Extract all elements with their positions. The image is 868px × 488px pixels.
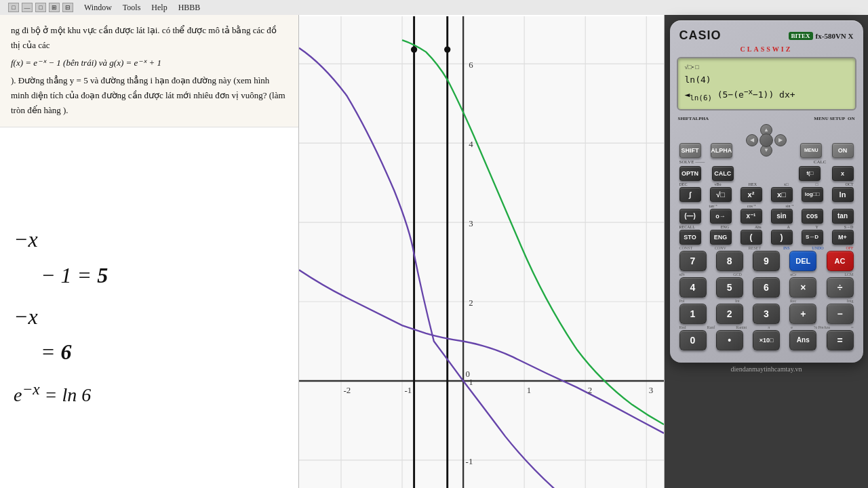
window-controls[interactable]: □ — □ ⊞ ⊟ (8, 3, 73, 12)
sd-button[interactable]: S↔D (802, 230, 823, 245)
display-indicators: √□• □ (685, 64, 848, 70)
label-on: ON (848, 116, 855, 121)
ln-button[interactable]: ln (832, 187, 854, 202)
text-desc: ). Đường thẳng y = 5 và đường thẳng i hạ… (11, 73, 288, 118)
calc-display: √□• □ ln(4) ◄ln(6) (5−(e−x−1)) dx+ (677, 57, 856, 110)
menu-tools[interactable]: Tools (123, 3, 141, 13)
power-button[interactable]: x□ (771, 187, 793, 202)
trig-row: (—) o→ x⁻¹ sin cos tan (677, 209, 856, 224)
btn-div[interactable]: ÷ (827, 277, 854, 298)
sin-button[interactable]: sin (771, 209, 793, 224)
calc-model: fx-580VN X (816, 32, 854, 40)
btn-ac[interactable]: AC (827, 251, 854, 271)
calc-header: CASIO BITEX fx-580VN X (677, 28, 856, 43)
on-button[interactable]: ON (832, 143, 854, 158)
square-button[interactable]: x² (741, 187, 762, 202)
menu-button[interactable]: MENU (800, 143, 822, 158)
btn-9[interactable]: 9 (753, 251, 780, 271)
btn-del[interactable]: DEL (789, 251, 816, 271)
graph-svg: 0 1 2 3 -1 -2 6 4 3 2 1 -1 (299, 15, 664, 488)
calculator-panel: CASIO BITEX fx-580VN X CLASSWIZ √□• □ ln… (665, 15, 868, 488)
graph-panel: 0 1 2 3 -1 -2 6 4 3 2 1 -1 (298, 15, 665, 488)
rparen-button[interactable]: ) (771, 230, 793, 245)
nav-left[interactable]: ◀ (746, 134, 758, 146)
neg-button[interactable]: (—) (679, 209, 701, 224)
svg-text:2: 2 (469, 298, 473, 308)
nav-cross: ▲ ▼ ◀ ▶ (745, 123, 788, 158)
top-labels: SHIFT ALPHA MENU SETUP ON (677, 116, 856, 121)
f-button[interactable]: f(□ (799, 166, 821, 181)
svg-text:3: 3 (649, 386, 653, 395)
integral-button[interactable]: ∫ (679, 187, 701, 202)
btn-0[interactable]: 0 (679, 330, 707, 350)
main-content: ng đi bộ ở một khu vực cần được lát lại.… (0, 15, 868, 488)
top-btn-row: SHIFT ALPHA ▲ ▼ ◀ ▶ MENU ON (677, 123, 856, 158)
svg-point-30 (411, 46, 417, 52)
btn-dot[interactable]: • (716, 330, 743, 350)
math-func-row: ∫ √□ x² x□ log□□ ln (677, 187, 856, 202)
cos-button[interactable]: cos (802, 209, 823, 224)
svg-text:-2: -2 (343, 386, 351, 395)
label-alpha: ALPHA (692, 116, 709, 121)
btn-1[interactable]: 1 (679, 304, 707, 324)
math-section: −x − 1 = 5 −x = 6 e−x = ln 6 (0, 127, 298, 488)
mplus-button[interactable]: M+ (832, 230, 854, 245)
svg-text:-1: -1 (405, 386, 412, 395)
alpha-button[interactable]: ALPHA (711, 143, 732, 158)
x-button[interactable]: x (832, 166, 854, 181)
inv-button[interactable]: x⁻¹ (741, 209, 762, 224)
svg-text:6: 6 (469, 60, 473, 70)
btn-sub[interactable]: − (827, 304, 854, 324)
label-shift: SHIFT (678, 116, 692, 121)
btn-7[interactable]: 7 (679, 251, 707, 271)
lparen-button[interactable]: ( (741, 230, 762, 245)
menu-help[interactable]: Help (151, 3, 167, 13)
btn-ans[interactable]: Ans (789, 330, 816, 350)
math-line-3: −x (14, 302, 285, 332)
btn-mul[interactable]: × (789, 277, 816, 298)
label-menu: MENU SETUP (814, 116, 845, 121)
svg-text:3: 3 (469, 219, 473, 228)
win-ctrl-2[interactable]: — (22, 3, 33, 12)
btn-3[interactable]: 3 (753, 304, 780, 324)
calc-body: CASIO BITEX fx-580VN X CLASSWIZ √□• □ ln… (670, 20, 863, 363)
text-section: ng đi bộ ở một khu vực cần được lát lại.… (0, 15, 298, 127)
svg-text:2: 2 (588, 386, 592, 395)
svg-text:-1: -1 (466, 457, 473, 466)
calc-button[interactable]: CALC (712, 166, 734, 181)
btn-8[interactable]: 8 (716, 251, 743, 271)
shift-button[interactable]: SHIFT (679, 143, 701, 158)
sqrt-button[interactable]: √□ (710, 187, 732, 202)
log-button[interactable]: log□□ (802, 187, 823, 202)
btn-6[interactable]: 6 (753, 277, 780, 298)
arrow-button[interactable]: o→ (710, 209, 732, 224)
btn-add[interactable]: + (789, 304, 816, 324)
btn-5[interactable]: 5 (716, 277, 743, 298)
eng-button[interactable]: ENG (710, 230, 732, 245)
sto-button[interactable]: STO (679, 230, 701, 245)
win-ctrl-4[interactable]: ⊞ (49, 3, 60, 12)
sto-row: STO ENG ( ) S↔D M+ (677, 230, 856, 245)
numpad-row3: 1 2 3 + − (677, 304, 856, 324)
nav-center[interactable] (760, 134, 773, 147)
svg-rect-0 (299, 16, 664, 488)
nav-right[interactable]: ▶ (774, 134, 787, 146)
menu-hbbb[interactable]: HBBB (178, 3, 201, 13)
btn-equals[interactable]: = (827, 330, 854, 350)
tan-button[interactable]: tan (832, 209, 854, 224)
math-line-1: −x (14, 224, 285, 255)
calc-brand: CASIO (679, 28, 722, 43)
menu-window[interactable]: Window (84, 3, 112, 13)
text-paragraph: ng đi bộ ở một khu vực cần được lát lại.… (11, 23, 288, 53)
btn-2[interactable]: 2 (716, 304, 743, 324)
btn-exp[interactable]: ×10□ (753, 330, 780, 350)
bitex-logo: BITEX (789, 32, 813, 40)
win-ctrl-1[interactable]: □ (8, 3, 19, 12)
calc-classwiz: CLASSWIZ (677, 45, 856, 53)
win-ctrl-3[interactable]: □ (35, 3, 46, 12)
btn-4[interactable]: 4 (679, 277, 707, 298)
math-line-2: − 1 = 5 (41, 260, 285, 291)
optn-button[interactable]: OPTN (679, 166, 701, 181)
text-func: f(x) = e⁻ˣ − 1 (bên trái) và g(x) = e⁻ˣ … (11, 56, 288, 70)
win-ctrl-5[interactable]: ⊟ (62, 3, 73, 12)
